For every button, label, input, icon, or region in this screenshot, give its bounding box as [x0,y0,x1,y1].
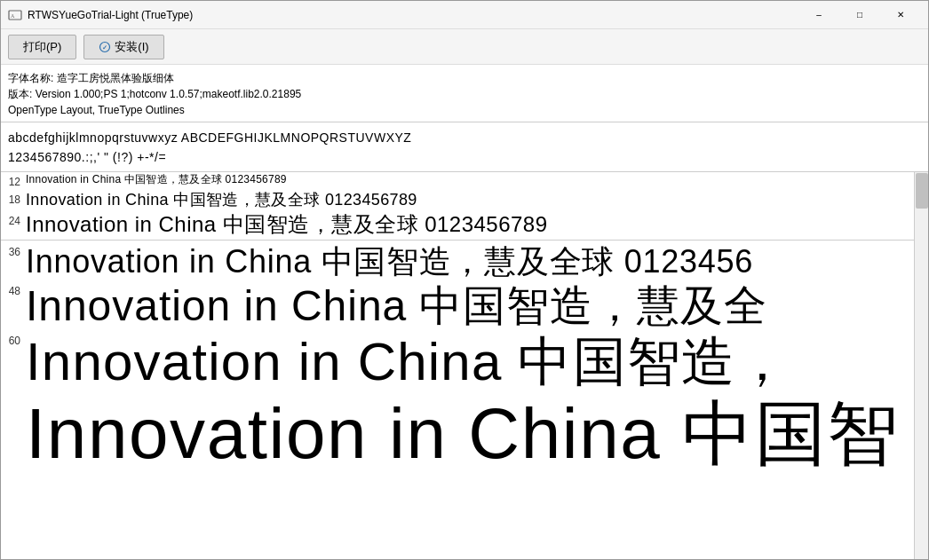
sample-row: 60Innovation in China 中国智造， [1,331,914,393]
window-icon: A [8,8,22,22]
sample-row: 36Innovation in China 中国智造，慧及全球 0123456 [1,242,914,281]
sample-text: Innovation in China 中国智造，慧及全球 0123456789 [26,174,287,185]
minimize-button[interactable]: – [798,1,839,29]
samples-container: 12Innovation in China 中国智造，慧及全球 01234567… [1,172,914,476]
font-type-value: OpenType Layout, TrueType Outlines [8,104,185,116]
print-label: 打印(P) [23,39,61,55]
sample-size-label: 18 [1,192,26,206]
sample-text: Innovation in China 中国智 [26,395,896,473]
sample-row: Innovation in China 中国智 [1,393,914,475]
font-version-line: 版本: Version 1.000;PS 1;hotconv 1.0.57;ma… [8,86,921,102]
sample-text: Innovation in China 中国智造，慧及全球 0123456789 [26,192,417,209]
sample-row: 24Innovation in China 中国智造，慧及全球 01234567… [1,211,914,238]
sample-row: 12Innovation in China 中国智造，慧及全球 01234567… [1,172,914,190]
alphabet-line1: abcdefghijklmnopqrstuvwxyz ABCDEFGHIJKLM… [8,128,921,147]
sample-size-label: 12 [1,174,26,188]
sample-text: Innovation in China 中国智造，慧及全球 0123456 [26,244,753,280]
font-info: 字体名称: 造字工房悦黑体验版细体 版本: Version 1.000;PS 1… [1,65,928,122]
install-label: 安装(I) [115,39,148,55]
install-icon: ✓ [99,41,111,53]
print-button[interactable]: 打印(P) [8,35,76,59]
font-name-label: 字体名称: [8,72,53,84]
sample-row: 48Innovation in China 中国智造，慧及全 [1,281,914,332]
main-window: A RTWSYueGoTrial-Light (TrueType) – □ ✕ … [0,0,929,560]
sample-size-label: 60 [1,333,26,347]
sample-row: 18Innovation in China 中国智造，慧及全球 01234567… [1,190,914,211]
font-name-value: 造字工房悦黑体验版细体 [57,72,174,84]
samples-section: 12Innovation in China 中国智造，慧及全球 01234567… [1,172,928,559]
sample-size-label [1,395,26,397]
maximize-button[interactable]: □ [839,1,880,29]
sample-size-label: 24 [1,213,26,227]
font-name-line: 字体名称: 造字工房悦黑体验版细体 [8,70,921,86]
window-title: RTWSYueGoTrial-Light (TrueType) [28,9,798,21]
sample-text: Innovation in China 中国智造，慧及全球 0123456789 [26,213,548,236]
sample-text: Innovation in China 中国智造， [26,333,790,391]
font-version-value: Version 1.000;PS 1;hotconv 1.0.57;makeot… [36,88,302,100]
alphabet-line2: 1234567890.:;,' " (!?) +-*/= [8,147,921,167]
toolbar: 打印(P) ✓ 安装(I) [1,29,928,65]
title-bar: A RTWSYueGoTrial-Light (TrueType) – □ ✕ [1,1,928,29]
sample-text: Innovation in China 中国智造，慧及全 [26,283,767,330]
install-button[interactable]: ✓ 安装(I) [83,35,163,59]
font-type-line: OpenType Layout, TrueType Outlines [8,102,921,118]
close-button[interactable]: ✕ [880,1,921,29]
font-version-label: 版本: [8,88,32,100]
scrollbar[interactable] [914,172,928,559]
window-controls: – □ ✕ [798,1,921,29]
alphabet-preview: abcdefghijklmnopqrstuvwxyz ABCDEFGHIJKLM… [1,122,928,172]
sample-size-label: 48 [1,283,26,297]
svg-text:✓: ✓ [102,44,107,51]
svg-text:A: A [11,13,15,19]
sample-size-label: 36 [1,244,26,258]
scrollbar-thumb[interactable] [916,173,928,209]
